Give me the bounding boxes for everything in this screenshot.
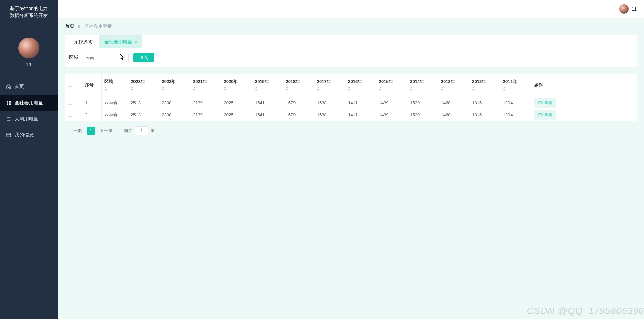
pagination-goto: 前往 页: [124, 126, 155, 135]
col-y2023[interactable]: 2023年: [128, 74, 159, 97]
view-button[interactable]: 查看: [534, 98, 556, 108]
nav-item-home[interactable]: 首页: [0, 79, 58, 95]
avatar[interactable]: [18, 38, 39, 58]
col-index[interactable]: 序号: [82, 74, 102, 97]
cell-y2023: 2513: [128, 97, 159, 109]
eye-icon: [538, 100, 543, 105]
breadcrumb-current: 全社会用电量: [84, 23, 112, 29]
cell-y2021: 2139: [190, 97, 221, 109]
cell-y2020: 2025: [221, 97, 252, 109]
filter-panel: 系统首页 全社会用电量 × 区域 云南 查询: [65, 35, 637, 67]
col-y2016[interactable]: 2016年: [345, 74, 376, 97]
checkbox-all[interactable]: [68, 82, 72, 87]
cell-y2022: 2390: [159, 109, 190, 121]
col-y2014[interactable]: 2014年: [407, 74, 438, 97]
close-icon[interactable]: ×: [135, 40, 137, 44]
cell-y2012: 1316: [469, 109, 500, 121]
svg-point-12: [540, 102, 541, 103]
breadcrumb: 首页 全社会用电量: [65, 18, 637, 35]
sort-icon: [193, 86, 218, 91]
col-y2015[interactable]: 2015年: [376, 74, 407, 97]
svg-rect-2: [7, 103, 8, 105]
pagination-next[interactable]: 下一页: [97, 128, 115, 134]
cell-y2017: 1538: [314, 97, 345, 109]
nav-item-label: 首页: [15, 84, 24, 90]
col-y2013[interactable]: 2013年: [438, 74, 469, 97]
sidebar-profile: 11: [0, 24, 58, 72]
cell-y2019: 1541: [252, 109, 283, 121]
col-y2017[interactable]: 2017年: [314, 74, 345, 97]
cell-index: 1: [82, 97, 102, 109]
cell-y2012: 1316: [469, 97, 500, 109]
svg-rect-3: [9, 103, 11, 105]
svg-rect-0: [7, 101, 8, 103]
app-title: 基于python的电力 数据分析系统开发: [0, 0, 58, 24]
row-checkbox[interactable]: [68, 100, 72, 105]
tab-all-power[interactable]: 全社会用电量 ×: [99, 35, 142, 48]
pagination-goto-input[interactable]: [135, 126, 148, 135]
table-header-row: 序号 区域 2023年 2022年 2021年 2020年 2019年 2018…: [65, 74, 637, 97]
pagination-prev[interactable]: 上一页: [66, 128, 85, 134]
cell-y2018: 1679: [283, 109, 314, 121]
main: 11 首页 全社会用电量 系统首页 全社会用电量 ×: [58, 0, 644, 319]
cell-checkbox: [65, 97, 82, 109]
col-y2021[interactable]: 2021年: [190, 74, 221, 97]
cell-y2019: 1541: [252, 97, 283, 109]
col-y2018[interactable]: 2018年: [283, 74, 314, 97]
cell-y2014: 1529: [407, 97, 438, 109]
cell-y2014: 1529: [407, 109, 438, 121]
sort-icon: [162, 86, 187, 91]
row-checkbox[interactable]: [68, 112, 72, 117]
topbar-avatar[interactable]: [619, 4, 629, 14]
tab-label: 系统首页: [74, 39, 93, 45]
cell-y2013: 1460: [438, 97, 469, 109]
view-button[interactable]: 查看: [534, 110, 556, 120]
cell-y2018: 1679: [283, 97, 314, 109]
col-region[interactable]: 区域: [102, 74, 128, 97]
col-y2011[interactable]: 2011年: [500, 74, 531, 97]
col-y2022[interactable]: 2022年: [159, 74, 190, 97]
nav-list: 首页 全社会用电量 人均用电量 我的信息: [0, 79, 58, 143]
col-y2020[interactable]: 2020年: [221, 74, 252, 97]
sort-icon: [255, 86, 280, 91]
sort-icon: [131, 86, 156, 91]
query-button[interactable]: 查询: [133, 53, 154, 62]
home-icon: [6, 84, 11, 89]
col-y2012[interactable]: 2012年: [469, 74, 500, 97]
nav-item-per-capita[interactable]: 人均用电量: [0, 111, 58, 127]
cell-y2020: 2025: [221, 109, 252, 121]
col-action: 操作: [531, 74, 637, 97]
data-table: 序号 区域 2023年 2022年 2021年 2020年 2019年 2018…: [65, 74, 637, 121]
region-select[interactable]: 云南: [82, 53, 129, 62]
col-y2019[interactable]: 2019年: [252, 74, 283, 97]
sort-icon: [503, 86, 528, 91]
cell-action: 查看: [531, 97, 637, 109]
cell-y2015: 1439: [376, 109, 407, 121]
topbar: 11: [58, 0, 644, 18]
svg-rect-7: [7, 133, 11, 137]
nav-item-all-power[interactable]: 全社会用电量: [0, 95, 58, 111]
cell-y2011: 1204: [500, 97, 531, 109]
content: 首页 全社会用电量 系统首页 全社会用电量 × 区域: [58, 18, 644, 319]
cell-y2021: 2139: [190, 109, 221, 121]
eye-icon: [538, 112, 543, 117]
breadcrumb-home[interactable]: 首页: [65, 23, 74, 29]
tab-sys-home[interactable]: 系统首页: [69, 36, 98, 48]
nav-item-my-info[interactable]: 我的信息: [0, 127, 58, 143]
chevron-down-icon: [122, 56, 126, 59]
cell-y2023: 2513: [128, 109, 159, 121]
app-title-line1: 基于python的电力: [3, 5, 54, 12]
sort-icon: [410, 86, 435, 91]
sort-icon: [224, 86, 249, 91]
sort-icon: [348, 86, 373, 91]
sidebar: 基于python的电力 数据分析系统开发 11 首页 全社会用电量: [0, 0, 58, 319]
select-value: 云南: [86, 55, 94, 61]
filter-label: 区域: [69, 55, 78, 61]
cell-index: 2: [82, 109, 102, 121]
pagination-page-1[interactable]: 1: [87, 127, 95, 135]
cell-y2011: 1204: [500, 109, 531, 121]
tabs: 系统首页 全社会用电量 ×: [65, 35, 637, 48]
nav-item-label: 我的信息: [15, 132, 34, 138]
sidebar-username: 11: [26, 62, 32, 67]
cell-region: 云南省: [102, 109, 128, 121]
